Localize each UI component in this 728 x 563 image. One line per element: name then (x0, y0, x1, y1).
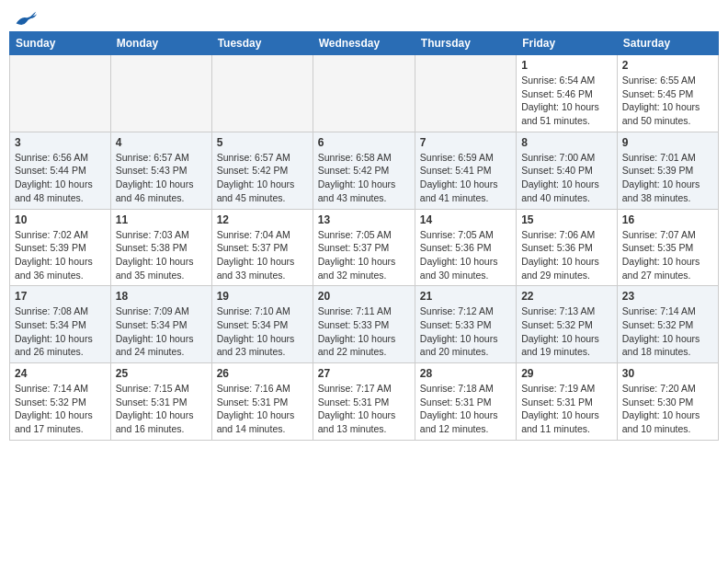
calendar-day: 13Sunrise: 7:05 AMSunset: 5:37 PMDayligh… (313, 209, 415, 286)
calendar-day (313, 55, 415, 132)
day-info: Sunrise: 7:18 AMSunset: 5:31 PMDaylight:… (420, 382, 511, 436)
day-info: Sunrise: 7:02 AMSunset: 5:39 PMDaylight:… (15, 228, 106, 282)
day-info: Sunrise: 6:57 AMSunset: 5:43 PMDaylight:… (116, 151, 207, 205)
weekday-header-sunday: Sunday (10, 32, 111, 55)
calendar-day: 23Sunrise: 7:14 AMSunset: 5:32 PMDayligh… (617, 286, 718, 363)
day-info: Sunrise: 7:04 AMSunset: 5:37 PMDaylight:… (217, 228, 308, 282)
calendar-day: 15Sunrise: 7:06 AMSunset: 5:36 PMDayligh… (517, 209, 618, 286)
day-info: Sunrise: 7:07 AMSunset: 5:35 PMDaylight:… (622, 228, 713, 282)
day-number: 25 (116, 367, 207, 380)
calendar-day: 4Sunrise: 6:57 AMSunset: 5:43 PMDaylight… (110, 132, 211, 209)
day-number: 17 (15, 290, 106, 303)
day-info: Sunrise: 7:16 AMSunset: 5:31 PMDaylight:… (217, 382, 308, 436)
calendar-day: 22Sunrise: 7:13 AMSunset: 5:32 PMDayligh… (517, 286, 618, 363)
calendar-day: 27Sunrise: 7:17 AMSunset: 5:31 PMDayligh… (313, 363, 415, 441)
day-number: 15 (521, 213, 612, 226)
day-info: Sunrise: 7:13 AMSunset: 5:32 PMDaylight:… (521, 304, 612, 359)
weekday-header-wednesday: Wednesday (313, 32, 415, 55)
day-info: Sunrise: 6:57 AMSunset: 5:42 PMDaylight:… (217, 151, 308, 205)
day-info: Sunrise: 7:05 AMSunset: 5:36 PMDaylight:… (420, 228, 511, 282)
calendar-week-5: 24Sunrise: 7:14 AMSunset: 5:32 PMDayligh… (10, 363, 719, 441)
calendar-day: 1Sunrise: 6:54 AMSunset: 5:46 PMDaylight… (517, 55, 618, 132)
day-number: 3 (15, 136, 106, 149)
day-info: Sunrise: 7:09 AMSunset: 5:34 PMDaylight:… (116, 304, 207, 359)
day-info: Sunrise: 7:19 AMSunset: 5:31 PMDaylight:… (521, 382, 612, 436)
calendar-day: 6Sunrise: 6:58 AMSunset: 5:42 PMDaylight… (313, 132, 415, 209)
page-header (9, 9, 719, 24)
weekday-header-saturday: Saturday (617, 32, 718, 55)
calendar-day: 20Sunrise: 7:11 AMSunset: 5:33 PMDayligh… (313, 286, 415, 363)
day-number: 2 (622, 59, 713, 72)
calendar-day: 14Sunrise: 7:05 AMSunset: 5:36 PMDayligh… (415, 209, 516, 286)
day-info: Sunrise: 7:20 AMSunset: 5:30 PMDaylight:… (622, 382, 713, 436)
day-info: Sunrise: 7:01 AMSunset: 5:39 PMDaylight:… (622, 151, 713, 205)
calendar-day: 7Sunrise: 6:59 AMSunset: 5:41 PMDaylight… (415, 132, 516, 209)
day-info: Sunrise: 7:03 AMSunset: 5:38 PMDaylight:… (116, 228, 207, 282)
day-number: 1 (521, 59, 612, 72)
day-info: Sunrise: 6:55 AMSunset: 5:45 PMDaylight:… (622, 74, 713, 128)
calendar-day (211, 55, 313, 132)
day-number: 5 (217, 136, 308, 149)
calendar-day: 19Sunrise: 7:10 AMSunset: 5:34 PMDayligh… (211, 286, 313, 363)
day-number: 4 (116, 136, 207, 149)
day-number: 9 (622, 136, 713, 149)
day-info: Sunrise: 7:14 AMSunset: 5:32 PMDaylight:… (15, 382, 106, 436)
day-info: Sunrise: 7:15 AMSunset: 5:31 PMDaylight:… (116, 382, 207, 436)
calendar-day: 8Sunrise: 7:00 AMSunset: 5:40 PMDaylight… (517, 132, 618, 209)
day-info: Sunrise: 7:08 AMSunset: 5:34 PMDaylight:… (15, 304, 106, 359)
day-info: Sunrise: 7:11 AMSunset: 5:33 PMDaylight:… (318, 304, 410, 359)
day-info: Sunrise: 7:14 AMSunset: 5:32 PMDaylight:… (622, 304, 713, 359)
day-number: 27 (318, 367, 410, 380)
day-info: Sunrise: 7:10 AMSunset: 5:34 PMDaylight:… (217, 304, 308, 359)
calendar-day: 24Sunrise: 7:14 AMSunset: 5:32 PMDayligh… (10, 363, 111, 441)
day-number: 10 (15, 213, 106, 226)
calendar-day: 26Sunrise: 7:16 AMSunset: 5:31 PMDayligh… (211, 363, 313, 441)
day-number: 29 (521, 367, 612, 380)
day-info: Sunrise: 7:00 AMSunset: 5:40 PMDaylight:… (521, 151, 612, 205)
calendar-day: 12Sunrise: 7:04 AMSunset: 5:37 PMDayligh… (211, 209, 313, 286)
day-info: Sunrise: 7:17 AMSunset: 5:31 PMDaylight:… (318, 382, 410, 436)
day-number: 19 (217, 290, 308, 303)
calendar-week-3: 10Sunrise: 7:02 AMSunset: 5:39 PMDayligh… (10, 209, 719, 286)
day-number: 26 (217, 367, 308, 380)
day-number: 8 (521, 136, 612, 149)
day-info: Sunrise: 6:59 AMSunset: 5:41 PMDaylight:… (420, 151, 511, 205)
calendar-day: 29Sunrise: 7:19 AMSunset: 5:31 PMDayligh… (517, 363, 618, 441)
calendar-day: 18Sunrise: 7:09 AMSunset: 5:34 PMDayligh… (110, 286, 211, 363)
day-number: 22 (521, 290, 612, 303)
calendar-week-1: 1Sunrise: 6:54 AMSunset: 5:46 PMDaylight… (10, 55, 719, 132)
weekday-header-thursday: Thursday (415, 32, 516, 55)
logo-bird-icon (15, 9, 37, 28)
calendar-day: 17Sunrise: 7:08 AMSunset: 5:34 PMDayligh… (10, 286, 111, 363)
calendar-day: 2Sunrise: 6:55 AMSunset: 5:45 PMDaylight… (617, 55, 718, 132)
logo (13, 9, 37, 24)
day-number: 12 (217, 213, 308, 226)
calendar-day (415, 55, 516, 132)
calendar-day: 10Sunrise: 7:02 AMSunset: 5:39 PMDayligh… (10, 209, 111, 286)
calendar-week-4: 17Sunrise: 7:08 AMSunset: 5:34 PMDayligh… (10, 286, 719, 363)
day-info: Sunrise: 6:58 AMSunset: 5:42 PMDaylight:… (318, 151, 410, 205)
calendar-day (10, 55, 111, 132)
day-info: Sunrise: 7:06 AMSunset: 5:36 PMDaylight:… (521, 228, 612, 282)
calendar-day: 16Sunrise: 7:07 AMSunset: 5:35 PMDayligh… (617, 209, 718, 286)
day-number: 21 (420, 290, 511, 303)
day-number: 6 (318, 136, 410, 149)
day-number: 18 (116, 290, 207, 303)
calendar-day: 21Sunrise: 7:12 AMSunset: 5:33 PMDayligh… (415, 286, 516, 363)
calendar-week-2: 3Sunrise: 6:56 AMSunset: 5:44 PMDaylight… (10, 132, 719, 209)
day-number: 7 (420, 136, 511, 149)
calendar-day: 11Sunrise: 7:03 AMSunset: 5:38 PMDayligh… (110, 209, 211, 286)
day-info: Sunrise: 7:12 AMSunset: 5:33 PMDaylight:… (420, 304, 511, 359)
calendar-day: 30Sunrise: 7:20 AMSunset: 5:30 PMDayligh… (617, 363, 718, 441)
day-number: 23 (622, 290, 713, 303)
day-info: Sunrise: 6:54 AMSunset: 5:46 PMDaylight:… (521, 74, 612, 128)
day-number: 13 (318, 213, 410, 226)
day-number: 11 (116, 213, 207, 226)
weekday-header-friday: Friday (517, 32, 618, 55)
weekday-header-tuesday: Tuesday (211, 32, 313, 55)
day-number: 14 (420, 213, 511, 226)
calendar-day: 5Sunrise: 6:57 AMSunset: 5:42 PMDaylight… (211, 132, 313, 209)
calendar-day: 3Sunrise: 6:56 AMSunset: 5:44 PMDaylight… (10, 132, 111, 209)
day-number: 30 (622, 367, 713, 380)
day-number: 16 (622, 213, 713, 226)
